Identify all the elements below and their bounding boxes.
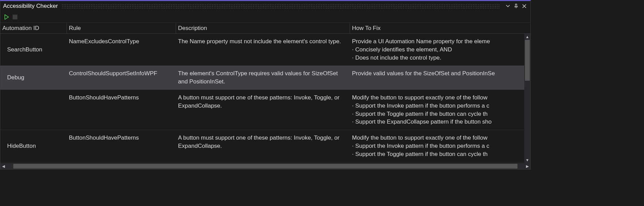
cell-how-to-fix: Modify the button to support exactly one…: [350, 92, 524, 128]
titlebar-grip[interactable]: [61, 4, 500, 9]
cell-description: A button must support one of these patte…: [176, 92, 350, 128]
scroll-left-icon[interactable]: ◀: [0, 163, 6, 169]
cell-automation-id: Debug: [0, 68, 67, 88]
vscroll-track[interactable]: [524, 40, 530, 157]
cell-description: A button must support one of these patte…: [176, 132, 350, 160]
hscroll-thumb[interactable]: [13, 164, 517, 169]
scroll-up-icon[interactable]: ▲: [524, 34, 530, 40]
play-icon: [4, 14, 9, 20]
window-options-button[interactable]: [504, 3, 511, 10]
stop-button[interactable]: [13, 15, 17, 19]
cell-description: The Name property must not include the e…: [176, 36, 350, 63]
toolbar: [0, 11, 530, 23]
table-row[interactable]: HideButton ButtonShouldHavePatterns A bu…: [0, 130, 524, 162]
chevron-down-icon: [506, 5, 510, 7]
table-header: Automation ID Rule Description How To Fi…: [0, 23, 530, 34]
cell-description: The element's ControlType requires valid…: [176, 68, 350, 88]
cell-how-to-fix: Modify the button to support exactly one…: [350, 132, 524, 160]
run-button[interactable]: [4, 14, 9, 20]
column-header-rule[interactable]: Rule: [67, 23, 176, 33]
table-row[interactable]: Debug ControlShouldSupportSetInfoWPF The…: [0, 66, 524, 90]
scroll-right-icon[interactable]: ▶: [524, 163, 530, 169]
table-rows-container: SearchButton NameExcludesControlType The…: [0, 34, 524, 163]
table-row[interactable]: ButtonShouldHavePatterns A button must s…: [0, 90, 524, 130]
column-header-how-to-fix[interactable]: How To Fix: [350, 23, 530, 33]
cell-automation-id: [0, 92, 67, 128]
table-body: SearchButton NameExcludesControlType The…: [0, 34, 530, 163]
column-header-description[interactable]: Description: [176, 23, 350, 33]
horizontal-scrollbar[interactable]: ◀ ▶: [0, 163, 530, 169]
close-button[interactable]: [521, 3, 528, 10]
vertical-scrollbar[interactable]: ▲ ▼: [524, 34, 530, 163]
cell-rule: ButtonShouldHavePatterns: [67, 132, 176, 160]
cell-automation-id: HideButton: [0, 132, 67, 160]
cell-rule: NameExcludesControlType: [67, 36, 176, 63]
pin-button[interactable]: [513, 3, 519, 10]
cell-how-to-fix: Provide valid values for the SizeOfSet a…: [350, 68, 524, 88]
table-row[interactable]: SearchButton NameExcludesControlType The…: [0, 34, 524, 66]
vscroll-thumb[interactable]: [525, 40, 530, 81]
pin-icon: [514, 4, 518, 9]
cell-how-to-fix: Provide a UI Automation Name property fo…: [350, 36, 524, 63]
hscroll-track[interactable]: [6, 163, 524, 169]
cell-rule: ControlShouldSupportSetInfoWPF: [67, 68, 176, 88]
panel-titlebar: Accessibility Checker: [0, 1, 530, 11]
cell-automation-id: SearchButton: [0, 36, 67, 63]
cell-rule: ButtonShouldHavePatterns: [67, 92, 176, 128]
column-header-automation-id[interactable]: Automation ID: [0, 23, 67, 33]
accessibility-checker-panel: Accessibility Checker Automation ID Rule…: [0, 0, 531, 170]
close-icon: [522, 4, 526, 8]
panel-title: Accessibility Checker: [3, 3, 58, 10]
scroll-down-icon[interactable]: ▼: [524, 157, 530, 163]
